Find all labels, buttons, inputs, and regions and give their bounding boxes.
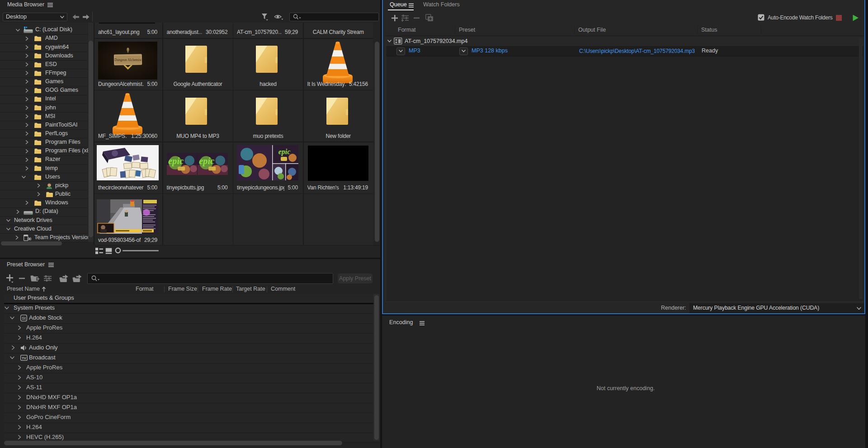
svg-text:St: St <box>22 316 26 321</box>
svg-text:Dungeon Alchemist: Dungeon Alchemist <box>114 58 142 62</box>
svg-text:epic: epic <box>199 156 214 166</box>
svg-text:TV: TV <box>22 356 26 360</box>
svg-text:epic: epic <box>278 148 291 156</box>
svg-text:epic: epic <box>168 156 184 166</box>
